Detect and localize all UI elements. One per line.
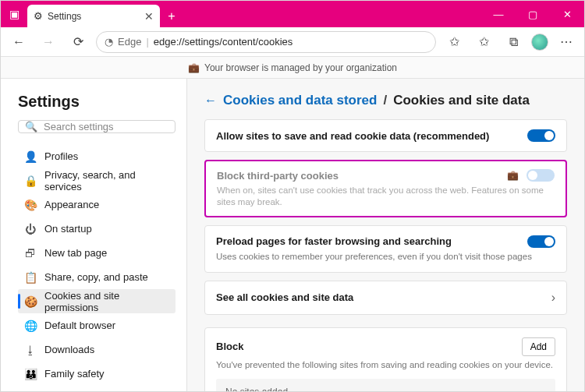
page-back-button[interactable]: ← [204, 94, 217, 108]
sidebar-item-profiles[interactable]: 👤Profiles [18, 144, 176, 168]
chevron-right-icon: › [551, 291, 555, 305]
sidebar-item-new-tab-page[interactable]: 🗗New tab page [18, 241, 176, 265]
favorites-bar-icon[interactable]: ✩ [472, 30, 495, 54]
sidebar-item-label: Privacy, search, and services [44, 169, 169, 192]
search-placeholder: Search settings [44, 121, 114, 132]
url-path: edge://settings/content/cookies [154, 36, 293, 48]
org-managed-text: Your browser is managed by your organiza… [204, 62, 397, 73]
sidebar-item-icon: 👪 [24, 368, 37, 380]
sidebar-item-family-safety[interactable]: 👪Family safety [18, 362, 176, 386]
settings-sidebar: Settings 🔍 Search settings 👤Profiles🔒Pri… [1, 79, 186, 391]
sidebar-item-icon: ⭳ [24, 344, 37, 356]
block-add-button[interactable]: Add [522, 337, 555, 356]
sidebar-item-privacy-search-and-services[interactable]: 🔒Privacy, search, and services [18, 168, 176, 192]
sidebar-item-label: Cookies and site permissions [44, 290, 169, 313]
sidebar-item-icon: 🍪 [24, 295, 37, 308]
sidebar-item-icon: ⏻ [24, 223, 37, 235]
maximize-button[interactable]: ▢ [516, 1, 550, 27]
tab-actions-icon[interactable]: ▣ [1, 1, 27, 27]
sidebar-item-on-startup[interactable]: ⏻On startup [18, 217, 176, 241]
breadcrumb-parent-link[interactable]: Cookies and data stored [223, 93, 377, 108]
org-managed-banner: 💼 Your browser is managed by your organi… [1, 57, 584, 79]
sidebar-item-appearance[interactable]: 🎨Appearance [18, 192, 176, 217]
browser-name: Edge [118, 36, 141, 48]
address-bar[interactable]: ◔ Edge | edge://settings/content/cookies [96, 31, 436, 53]
preload-label: Preload pages for faster browsing and se… [216, 235, 452, 247]
search-settings-input[interactable]: 🔍 Search settings [18, 120, 176, 133]
sidebar-item-icon: 🗗 [24, 247, 37, 260]
forward-button: → [37, 30, 60, 54]
sidebar-item-icon: 📋 [24, 271, 37, 284]
sidebar-item-label: Appearance [44, 199, 99, 210]
profile-avatar[interactable] [531, 34, 548, 51]
sidebar-item-downloads[interactable]: ⭳Downloads [18, 337, 176, 362]
see-all-cookies-label: See all cookies and site data [216, 291, 353, 303]
preload-row: Preload pages for faster browsing and se… [204, 225, 567, 273]
sidebar-item-label: Family safety [44, 368, 105, 380]
sidebar-item-languages[interactable]: 🗣Languages [18, 386, 176, 392]
url-separator: | [146, 36, 148, 48]
sidebar-item-icon: 🌐 [24, 320, 37, 332]
sidebar-item-icon: 🔒 [24, 175, 37, 187]
sidebar-item-cookies-and-site-permissions[interactable]: 🍪Cookies and site permissions [18, 289, 176, 313]
browser-tab[interactable]: ⚙ Settings ✕ [27, 5, 160, 27]
gear-icon: ⚙ [34, 10, 43, 22]
favorites-star-icon[interactable]: ✩ [442, 30, 466, 54]
allow-cookies-toggle[interactable] [527, 129, 555, 142]
block-third-party-desc: When on, sites can't use cookies that tr… [217, 185, 555, 208]
allow-cookies-row: Allow sites to save and read cookie data… [204, 119, 567, 152]
block-third-party-toggle [526, 169, 555, 182]
more-menu-button[interactable]: ⋯ [555, 30, 578, 54]
tab-close-button[interactable]: ✕ [144, 10, 154, 23]
see-all-cookies-row[interactable]: See all cookies and site data › [204, 281, 567, 315]
sidebar-item-label: Share, copy, and paste [44, 271, 148, 283]
allow-cookies-label: Allow sites to save and read cookie data… [216, 130, 489, 142]
preload-desc: Uses cookies to remember your preference… [216, 251, 555, 263]
window-close-button[interactable]: ✕ [550, 1, 584, 27]
sidebar-item-label: Profiles [44, 150, 78, 162]
edge-logo-icon: ◔ [105, 36, 113, 48]
minimize-button[interactable]: — [481, 1, 516, 27]
block-section: Block Add You've prevented the following… [204, 327, 567, 391]
sidebar-item-label: On startup [44, 223, 92, 235]
refresh-button[interactable]: ⟳ [66, 30, 90, 54]
breadcrumb: ← Cookies and data stored / Cookies and … [204, 93, 567, 108]
block-third-party-row: Block third-party cookies 💼 When on, sit… [204, 160, 567, 217]
breadcrumb-separator: / [383, 93, 387, 108]
title-bar: ▣ ⚙ Settings ✕ + — ▢ ✕ [1, 1, 584, 27]
sidebar-item-share-copy-and-paste[interactable]: 📋Share, copy, and paste [18, 265, 176, 289]
browser-toolbar: ← → ⟳ ◔ Edge | edge://settings/content/c… [1, 27, 584, 57]
block-third-party-label: Block third-party cookies [217, 170, 339, 182]
sidebar-item-default-browser[interactable]: 🌐Default browser [18, 313, 176, 337]
tab-title: Settings [48, 11, 81, 22]
search-icon: 🔍 [25, 121, 37, 132]
block-section-title: Block [216, 341, 243, 352]
briefcase-icon: 💼 [188, 62, 200, 73]
preload-toggle[interactable] [527, 235, 555, 248]
block-empty-state: No sites added [216, 379, 555, 391]
collections-icon[interactable]: ⧉ [502, 30, 525, 54]
back-button[interactable]: ← [7, 30, 30, 54]
briefcase-icon: 💼 [507, 170, 519, 181]
sidebar-item-icon: 🎨 [24, 199, 37, 211]
settings-heading: Settings [18, 93, 176, 111]
breadcrumb-current: Cookies and site data [393, 93, 530, 108]
new-tab-button[interactable]: + [160, 5, 183, 27]
sidebar-item-label: Downloads [44, 344, 94, 355]
block-section-desc: You've prevented the following sites fro… [216, 359, 555, 371]
sidebar-item-label: Default browser [44, 320, 115, 331]
sidebar-item-label: New tab page [44, 247, 107, 259]
sidebar-item-icon: 👤 [24, 150, 37, 163]
